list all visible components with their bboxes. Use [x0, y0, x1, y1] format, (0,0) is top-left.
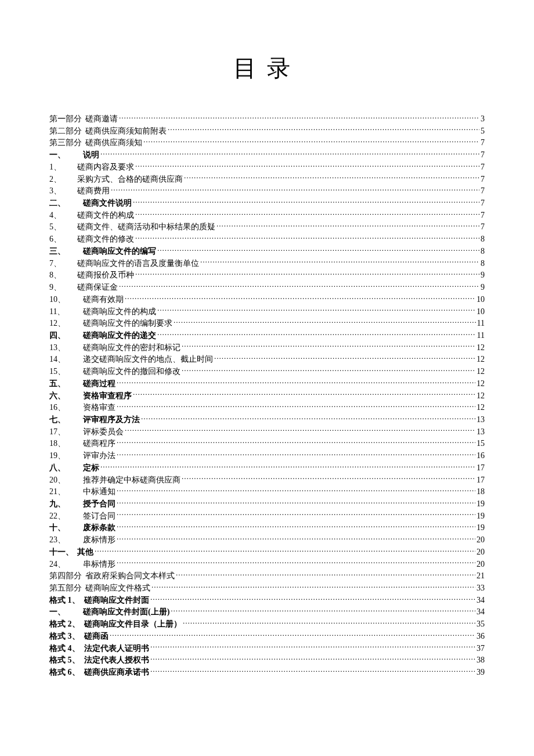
- toc-entry: 六、资格审查程序12: [49, 390, 485, 402]
- toc-entry: 13、磋商响应文件的密封和标记12: [49, 342, 485, 354]
- toc-entry-label: 磋商保证金: [77, 282, 119, 294]
- toc-entry-label: 说明: [77, 149, 100, 161]
- toc-entry-page: 11: [476, 330, 485, 342]
- toc-entry: 四、磋商响应文件的递交11: [49, 330, 485, 342]
- toc-entry-label: 磋商程序: [77, 438, 117, 450]
- toc-entry-number: 8、: [49, 269, 77, 282]
- toc-entry-page: 35: [475, 618, 485, 631]
- page-title: 目录: [49, 52, 485, 84]
- toc-entry-label: 磋商响应文件封面: [84, 595, 150, 607]
- toc-entry: 五、磋商过程12: [49, 378, 485, 390]
- toc-entry-page: 34: [475, 606, 485, 618]
- toc-entry-label: 其他: [77, 546, 95, 559]
- toc-entry: 二、磋商文件说明7: [49, 197, 485, 210]
- toc-leader-dots: [117, 402, 475, 410]
- toc-leader-dots: [200, 258, 479, 266]
- toc-entry-page: 19: [475, 522, 485, 534]
- toc-entry-label: 磋商响应文件的编制要求: [77, 318, 174, 330]
- toc-leader-dots: [143, 137, 479, 145]
- toc-entry: 5、磋商文件、磋商活动和中标结果的质疑7: [49, 221, 485, 233]
- toc-entry-label: 磋商报价及币种: [77, 269, 135, 282]
- toc-leader-dots: [125, 294, 475, 302]
- toc-entry-page: 12: [475, 378, 485, 390]
- toc-entry-page: 36: [475, 631, 485, 643]
- toc-entry-number: 13、: [49, 342, 77, 354]
- toc-entry-label: 磋商响应文件的语言及度量衡单位: [77, 258, 200, 270]
- toc-entry-number: 4、: [49, 210, 77, 222]
- toc-entry: 14、递交磋商响应文件的地点、截止时间12: [49, 354, 485, 366]
- toc-entry: 第五部分磋商响应文件格式33: [49, 582, 485, 595]
- toc-entry-page: 12: [475, 354, 485, 366]
- toc-entry-label: 磋商响应文件目录（上册）: [84, 618, 183, 631]
- toc-entry: 一、磋商响应文件封面(上册)34: [49, 606, 485, 618]
- toc-entry-number: 22、: [49, 510, 77, 523]
- toc-entry-number: 格式 3、: [49, 631, 84, 643]
- toc-leader-dots: [168, 125, 479, 134]
- toc-entry-page: 33: [475, 582, 485, 595]
- toc-entry-number: 15、: [49, 366, 77, 378]
- toc-entry-label: 磋商费用: [77, 185, 111, 197]
- toc-entry: 18、磋商程序15: [49, 438, 485, 450]
- toc-entry-number: 六、: [49, 390, 77, 402]
- toc-entry-number: 三、: [49, 246, 77, 258]
- toc-entry-number: 十、: [49, 522, 77, 534]
- toc-entry-number: 12、: [49, 318, 77, 330]
- toc-entry-label: 评审办法: [77, 450, 117, 462]
- toc-entry-page: 7: [479, 174, 485, 186]
- toc-entry: 格式 4、法定代表人证明书37: [49, 643, 485, 655]
- toc-entry-page: 18: [475, 486, 485, 498]
- toc-entry-page: 8: [479, 233, 485, 246]
- toc-entry: 8、磋商报价及币种9: [49, 269, 485, 282]
- toc-leader-dots: [184, 174, 479, 182]
- toc-entry: 2、采购方式、合格的磋商供应商7: [49, 174, 485, 186]
- toc-leader-dots: [141, 414, 475, 422]
- toc-leader-dots: [214, 354, 475, 362]
- toc-entry: 4、磋商文件的构成7: [49, 210, 485, 222]
- toc-entry-label: 评审程序及方法: [77, 414, 141, 426]
- toc-entry: 16、资格审查12: [49, 402, 485, 414]
- toc-entry-page: 5: [479, 125, 485, 138]
- toc-entry-page: 7: [479, 210, 485, 222]
- toc-entry-number: 格式 6、: [49, 667, 84, 679]
- toc-entry-label: 磋商响应文件的编写: [77, 246, 157, 258]
- toc-entry-page: 39: [475, 667, 485, 679]
- toc-entry-label: 资格审查: [77, 402, 117, 414]
- toc-leader-dots: [117, 534, 475, 542]
- toc-entry-label: 磋商文件、磋商活动和中标结果的质疑: [77, 221, 217, 233]
- toc-entry-label: 磋商文件的修改: [77, 233, 135, 246]
- toc-leader-dots: [133, 390, 475, 398]
- toc-entry-page: 7: [479, 197, 485, 210]
- toc-entry-number: 24、: [49, 559, 77, 571]
- toc-leader-dots: [174, 318, 476, 326]
- toc-entry-number: 四、: [49, 330, 77, 342]
- toc-entry-page: 37: [475, 643, 485, 655]
- toc-entry: 七、评审程序及方法13: [49, 414, 485, 426]
- toc-entry-number: 格式 2、: [49, 618, 84, 631]
- toc-entry: 24、串标情形20: [49, 559, 485, 571]
- toc-entry-page: 12: [475, 366, 485, 378]
- toc-leader-dots: [100, 149, 479, 157]
- toc-entry-page: 20: [475, 559, 485, 571]
- toc-entry-page: 17: [475, 474, 485, 487]
- toc-entry-page: 13: [475, 426, 485, 438]
- toc-entry-label: 中标通知: [77, 486, 117, 498]
- toc-leader-dots: [182, 366, 475, 374]
- toc-entry-page: 38: [475, 654, 485, 667]
- toc-entry-label: 磋商有效期: [77, 294, 125, 306]
- toc-entry-number: 第一部分: [49, 113, 85, 125]
- toc-entry-number: 十一、: [49, 546, 77, 559]
- toc-entry: 6、磋商文件的修改8: [49, 233, 485, 246]
- toc-entry-number: 5、: [49, 221, 77, 233]
- toc-leader-dots: [117, 522, 475, 530]
- toc-leader-dots: [125, 426, 475, 434]
- toc-entry-label: 法定代表人授权书: [84, 654, 150, 667]
- toc-entry-label: 串标情形: [77, 559, 117, 571]
- toc-leader-dots: [135, 233, 479, 242]
- toc-entry-label: 磋商邀请: [85, 113, 119, 125]
- toc-entry-page: 3: [479, 113, 485, 125]
- toc-entry-label: 磋商文件说明: [77, 197, 133, 210]
- toc-entry-label: 磋商内容及要求: [77, 161, 135, 174]
- toc-entry-label: 资格审查程序: [77, 390, 133, 402]
- toc-leader-dots: [157, 246, 479, 254]
- toc-entry: 十、废标条款19: [49, 522, 485, 534]
